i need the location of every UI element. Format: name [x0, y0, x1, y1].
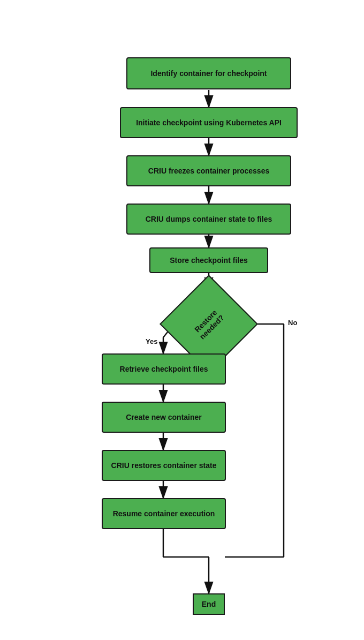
flowchart: Identify container for checkpoint Initia…	[0, 0, 364, 640]
freeze-box: CRIU freezes container processes	[126, 155, 291, 186]
dump-box: CRIU dumps container state to files	[126, 204, 291, 235]
no-label: No	[288, 319, 297, 327]
store-box: Store checkpoint files	[149, 247, 268, 273]
resume-box: Resume container execution	[102, 498, 226, 529]
restore-box: CRIU restores container state	[102, 450, 226, 481]
end-box: End	[193, 593, 225, 615]
identify-box: Identify container for checkpoint	[126, 57, 291, 89]
retrieve-box: Retrieve checkpoint files	[102, 353, 226, 385]
decision-wrapper: Restoreneeded?	[174, 289, 244, 359]
create-box: Create new container	[102, 402, 226, 433]
yes-label: Yes	[146, 337, 157, 345]
initiate-box: Initiate checkpoint using Kubernetes API	[120, 107, 298, 138]
